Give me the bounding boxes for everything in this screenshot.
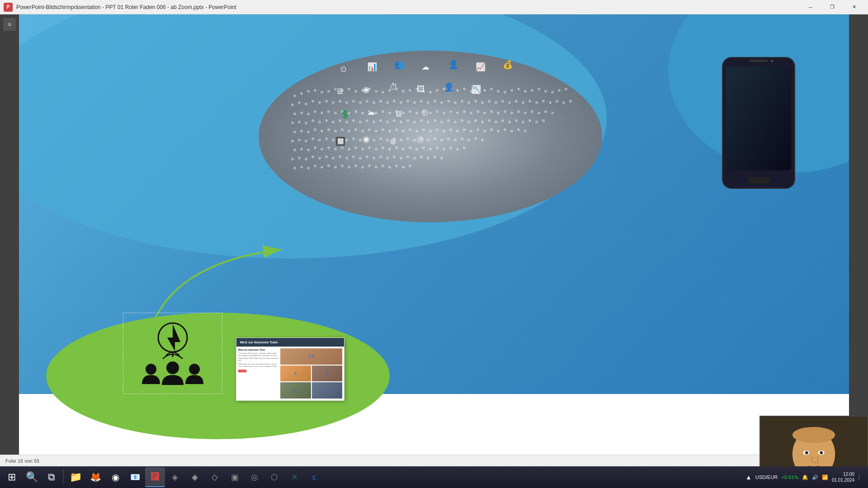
svg-rect-294	[747, 177, 770, 184]
thumb-photo-1: 👤👤	[280, 348, 342, 365]
titlebar-controls: ─ ❐ ✕	[800, 0, 864, 14]
search-button[interactable]: 🔍	[22, 467, 42, 487]
float-icon-9: ◉	[363, 84, 370, 94]
thumb-content: Meet our Awesome Team Lorem ipsum dolor …	[236, 347, 344, 400]
svg-point-195	[291, 140, 294, 142]
slide-background: ⊙ 📊 👥 ☁ 👤 📈 💰 🖥 ◉ ⏱ 🖼 👤 📉 💲 ☁ 🖥 ◎ 🔲 ◉	[19, 14, 849, 466]
float-icon-10: ⏱	[390, 82, 398, 92]
team-icon-svg	[132, 317, 213, 389]
taskbar-separator	[63, 470, 64, 484]
float-icon-19: ◉	[363, 134, 370, 144]
thumb-text-col: Meet our Awesome Team Lorem ipsum dolor …	[238, 348, 279, 399]
svg-point-301	[166, 361, 179, 374]
thumb-heading: Meet our Awesome Team	[238, 348, 279, 352]
win-taskbar: ⊞ 🔍 ⧉ 📁 🦊 ◉ 📧 🅿 ◈ ◆ ◇ ▣ ◎ ⬡ ✕ ε ▲ USD/EU…	[0, 466, 868, 488]
thumb-photos-grid: 👤👤 👤 👤 👤	[280, 348, 342, 399]
minimize-button[interactable]: ─	[800, 0, 821, 14]
taskbar-excel[interactable]: ✕	[284, 467, 304, 487]
tray-clock: 12:0001.01.2024	[832, 471, 854, 483]
svg-point-296	[771, 60, 774, 62]
taskbar-outlook[interactable]: 📧	[125, 467, 145, 487]
float-icon-16: 🖥	[394, 109, 402, 119]
tray-icon: ▲	[745, 474, 752, 481]
titlebar-icon: P	[4, 3, 13, 12]
svg-point-300	[146, 364, 156, 375]
slide-info: Folie 16 von 55	[5, 458, 39, 464]
float-icon-14: 💲	[340, 109, 350, 119]
svg-rect-295	[750, 60, 768, 62]
float-icon-12: 👤	[444, 82, 454, 92]
taskbar-app1[interactable]: ◈	[165, 467, 185, 487]
floating-icons-container: ⊙ 📊 👥 ☁ 👤 📈 💰 🖥 ◉ ⏱ 🖼 👤 📉 💲 ☁ 🖥 ◎ 🔲 ◉	[295, 55, 566, 209]
tray-volume: 🔊	[812, 474, 818, 480]
float-icon-1: ⊙	[340, 64, 347, 74]
float-icon-13: 📉	[471, 84, 481, 94]
thumb-header: Meet our Awesome Team	[236, 338, 344, 347]
currency-change: +0.61%	[781, 474, 798, 480]
thumb-photo-3: 👤	[312, 366, 343, 382]
close-button[interactable]: ✕	[844, 0, 864, 14]
thumb-body2: Pellentesque aus dui mi volunt amet, lac…	[238, 363, 279, 368]
taskbar-edge[interactable]: ε	[304, 467, 324, 487]
taskbar-app4[interactable]: ▣	[225, 467, 245, 487]
float-icon-5: 👤	[448, 60, 458, 70]
restore-button[interactable]: ❐	[822, 0, 843, 14]
tray-show-desktop[interactable]	[859, 474, 863, 480]
float-icon-4: ☁	[421, 62, 429, 72]
svg-point-122	[291, 122, 294, 124]
svg-point-250	[291, 158, 294, 160]
left-panel-icon[interactable]: ≡	[3, 18, 16, 31]
thumb-photo-5: 👤	[312, 382, 343, 399]
slide-area: ⊙ 📊 👥 ☁ 👤 📈 💰 🖥 ◉ ⏱ 🖼 👤 📉 💲 ☁ 🖥 ◎ 🔲 ◉	[19, 14, 849, 466]
float-icon-17: ◎	[421, 107, 429, 117]
team-icon-box	[123, 313, 222, 394]
green-ellipse: Meet our Awesome Team Meet our Awesome T…	[46, 313, 390, 439]
thumb-body: Lorem ipsum dolor sit amet, consectetur …	[238, 352, 279, 362]
svg-point-310	[805, 451, 808, 455]
tech-ellipse: ⊙ 📊 👥 ☁ 👤 📈 💰 🖥 ◉ ⏱ 🖼 👤 📉 💲 ☁ 🖥 ◎ 🔲 ◉	[259, 51, 602, 222]
taskbar-files[interactable]: 📁	[66, 467, 85, 487]
tray-network: 📶	[822, 474, 828, 480]
float-icon-7: 💰	[503, 60, 513, 70]
taskbar-firefox[interactable]: 🦊	[85, 467, 105, 487]
svg-point-82	[569, 100, 572, 103]
float-icon-2: 📊	[367, 62, 377, 72]
taskbar-app6[interactable]: ⬡	[264, 467, 284, 487]
smartphone-svg	[713, 55, 804, 195]
taskbar-tray: ▲ USD/EUR +0.61% 🔔 🔊 📶 12:0001.01.2024	[745, 471, 866, 483]
slide-thumbnail: Meet our Awesome Team Meet our Awesome T…	[236, 338, 344, 401]
taskbar-app2[interactable]: ◆	[185, 467, 205, 487]
thumb-photo-2: 👤	[280, 366, 311, 382]
float-icon-11: 🖼	[417, 84, 425, 94]
svg-point-311	[820, 451, 823, 455]
taskbar-app5[interactable]: ◎	[245, 467, 264, 487]
svg-point-307	[793, 427, 835, 443]
smartphone-container	[713, 55, 813, 200]
taskview-button[interactable]: ⧉	[42, 467, 61, 487]
taskbar-app3[interactable]: ◇	[205, 467, 225, 487]
svg-point-41	[291, 103, 294, 106]
float-icon-3: 👥	[394, 60, 404, 70]
thumb-contact: Contact	[238, 370, 279, 372]
taskbar-powerpoint[interactable]: 🅿	[145, 467, 165, 487]
svg-rect-293	[726, 66, 791, 170]
currency-label: USD/EUR	[755, 474, 778, 480]
svg-point-302	[189, 364, 200, 375]
float-icon-20: ⊕	[390, 136, 396, 146]
taskbar-chrome[interactable]: ◉	[105, 467, 125, 487]
left-panel: ≡	[0, 14, 19, 466]
float-icon-18: 🔲	[335, 136, 345, 146]
right-panel	[849, 14, 868, 466]
titlebar-text: PowerPoint-Bildschirmpräsentation - PPT …	[16, 4, 800, 10]
thumb-title: Meet our Awesome Team	[240, 341, 278, 344]
start-button[interactable]: ⊞	[2, 467, 22, 487]
statusbar: Folie 16 von 55 Anzeigeeinste...	[0, 455, 868, 466]
float-icon-8: 🖥	[335, 87, 344, 96]
thumb-photo-4: 👤	[280, 382, 311, 399]
float-icon-21: ◎	[417, 134, 424, 144]
tray-time: 🔔	[802, 474, 808, 480]
float-icon-6: 📈	[476, 62, 486, 72]
float-icon-15: ☁	[367, 107, 375, 117]
titlebar: P PowerPoint-Bildschirmpräsentation - PP…	[0, 0, 868, 14]
